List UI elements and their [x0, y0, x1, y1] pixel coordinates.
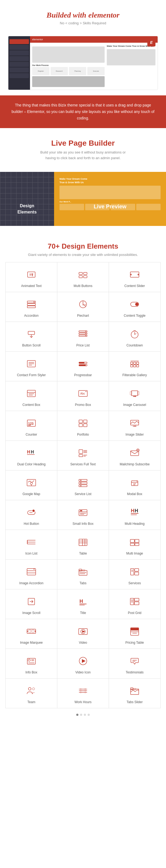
- elementor-mockup: elementor Our Work Process Register Rese…: [8, 36, 158, 90]
- services-label: Services: [129, 581, 141, 585]
- contact-form-label: Contact Form Styler: [17, 373, 46, 377]
- svg-rect-6: [79, 276, 82, 278]
- dot-2[interactable]: [80, 714, 82, 716]
- svg-rect-45: [131, 365, 133, 367]
- info-box-icon: [25, 654, 38, 668]
- lp-section: Our Work P...: [59, 201, 161, 203]
- svg-rect-123: [130, 539, 134, 542]
- svg-text:H: H: [131, 508, 134, 514]
- svg-rect-69: [84, 424, 87, 427]
- element-image-carousel: Image Carousel: [109, 381, 160, 411]
- tabs-icon: [76, 565, 90, 579]
- element-content-box: Content Box: [6, 381, 57, 411]
- portfolio-label: Portfolio: [77, 433, 89, 436]
- svg-rect-57: [130, 392, 132, 395]
- google-map-label: Google Map: [23, 492, 40, 496]
- dot-4[interactable]: [88, 714, 90, 716]
- element-video-icon: Video Icon: [57, 649, 109, 678]
- svg-rect-156: [29, 630, 31, 632]
- svg-rect-124: [135, 539, 139, 542]
- hot-button-label: Hot Button: [24, 522, 39, 526]
- element-content-slider: Content Slider: [109, 262, 160, 292]
- description-text: The thing that makes this Bizix theme sp…: [11, 102, 155, 121]
- element-work-hours: Work Hours: [57, 679, 109, 708]
- dot-3[interactable]: [84, 714, 86, 716]
- label-line2: Elements: [17, 210, 36, 214]
- svg-rect-0: [28, 272, 35, 277]
- image-scroll-label: Image Scroll: [23, 611, 40, 615]
- step-4: Execute: [87, 67, 105, 75]
- modal-box-icon: [128, 476, 141, 489]
- svg-point-173: [32, 688, 35, 690]
- design-elements-desc: Giant variety of elements to create your…: [5, 253, 161, 257]
- content-slider-icon: [128, 268, 141, 281]
- team-label: Team: [27, 700, 35, 704]
- sidebar-item: [9, 56, 29, 61]
- progressbar-icon: [76, 357, 90, 371]
- tabs-slider-label: Tabs Slider: [127, 700, 142, 704]
- services-icon: [128, 565, 141, 579]
- contact-form-icon: [25, 357, 38, 371]
- small-info-box-label: Small Info Box: [73, 522, 93, 526]
- lp-img: [59, 186, 161, 199]
- svg-rect-161: [131, 628, 139, 630]
- element-multi-buttons: Multi Buttons: [57, 262, 109, 292]
- step-1: Register: [32, 67, 50, 75]
- svg-rect-68: [79, 424, 82, 427]
- work-hours-label: Work Hours: [74, 700, 91, 704]
- multi-image-icon: [128, 535, 141, 549]
- content-toggle-label: Content Toggle: [124, 314, 146, 317]
- piechart-icon: 123: [76, 298, 90, 311]
- dot-1[interactable]: [76, 714, 78, 716]
- element-multi-heading: HH Multi Heading: [109, 500, 160, 530]
- element-title: H Title: [57, 589, 109, 619]
- title-suffix-text: Design Elements: [62, 242, 118, 250]
- element-portfolio: Portfolio: [57, 411, 109, 440]
- element-small-info-box: Small Info Box: [57, 500, 109, 530]
- image-accordion-icon: [25, 565, 38, 579]
- animated-text-icon: [25, 268, 38, 281]
- element-countdown: Countdown: [109, 322, 160, 351]
- progressbar-label: Progressbar: [74, 373, 92, 377]
- button-scroll-icon: [25, 327, 38, 341]
- element-piechart: 123 Piechart: [57, 292, 109, 321]
- svg-rect-133: [79, 569, 82, 571]
- svg-text:H: H: [31, 450, 34, 454]
- element-progressbar: Progressbar: [57, 351, 109, 381]
- svg-rect-107: [80, 510, 82, 511]
- svg-rect-147: [130, 598, 134, 605]
- svg-rect-46: [134, 365, 136, 367]
- animated-text-label: Animated Text: [21, 284, 42, 288]
- mockup-top-bar: elementor: [30, 36, 158, 43]
- svg-rect-49: [27, 390, 35, 397]
- svg-rect-7: [84, 276, 87, 278]
- svg-rect-139: [135, 572, 139, 575]
- piechart-label: Piechart: [77, 314, 89, 317]
- image-scroll-icon: [25, 595, 38, 608]
- counter-label: Counter: [26, 433, 37, 436]
- multi-heading-label: Multi Heading: [124, 522, 144, 526]
- svg-rect-93: [79, 485, 87, 487]
- work-hours-icon: [76, 684, 90, 698]
- mockup-main: Our Work Process Register Research Plann…: [30, 43, 158, 89]
- title-icon: H: [76, 595, 90, 608]
- svg-point-72: [134, 426, 135, 427]
- pricing-table-label: Pricing Table: [126, 641, 144, 645]
- svg-rect-126: [135, 543, 139, 546]
- svg-point-95: [80, 483, 81, 484]
- count-badge: 70+: [48, 242, 60, 250]
- svg-rect-149: [134, 602, 139, 605]
- elements-grid: Animated Text Multi Buttons Content Slid…: [5, 262, 161, 708]
- post-grid-label: Post Grid: [128, 611, 141, 615]
- live-text: Live: [51, 139, 66, 147]
- sidebar-item: [9, 39, 29, 44]
- element-animated-text: Animated Text: [6, 262, 57, 292]
- svg-text:123: 123: [28, 422, 33, 426]
- element-image-accordion: Image Accordion: [6, 560, 57, 589]
- mockup-left: Our Work Process Register Research Plann…: [32, 45, 105, 87]
- elementor-header-section: Builded with elementor No < coding > Ski…: [0, 0, 166, 31]
- svg-text:H: H: [80, 598, 83, 604]
- element-services: Services: [109, 560, 160, 589]
- svg-rect-138: [135, 568, 139, 571]
- element-modal-box: Modal Box: [109, 470, 160, 500]
